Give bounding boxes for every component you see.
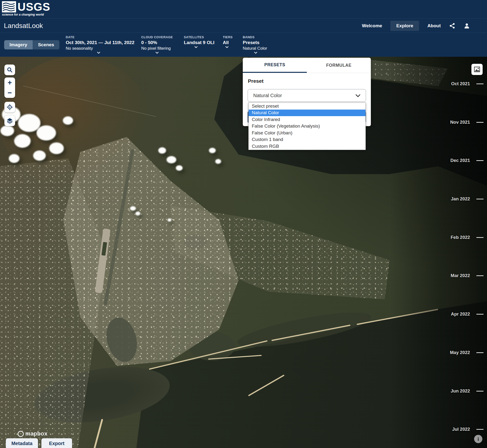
filter-cloud-coverage[interactable]: CLOUD COVERAGE 0 - 50% No pixel filterin… <box>141 35 173 54</box>
map-attribution[interactable]: mapbox <box>18 430 47 437</box>
timeline-tick <box>476 391 484 392</box>
filter-bar: Imagery Scenes DATE Oct 30th, 2021 — Jul… <box>0 33 487 57</box>
timeline-entry[interactable]: May 2022 <box>430 350 484 356</box>
timeline-tick <box>476 314 484 315</box>
preset-option[interactable]: Custom 1 band <box>249 136 365 143</box>
preset-select-value: Natural Color <box>253 93 282 98</box>
timeline-entry[interactable]: Jun 2022 <box>430 388 484 394</box>
app-title: LandsatLook <box>4 22 43 30</box>
filter-date-sub: No seasonality <box>66 46 131 51</box>
filter-tiers-value: All <box>223 40 231 45</box>
timeline-label: May 2022 <box>450 350 470 355</box>
image-preview-button[interactable] <box>471 64 483 75</box>
preset-select[interactable]: Natural Color <box>248 89 366 102</box>
chevron-down-icon <box>225 46 229 48</box>
timeline-label: Jan 2022 <box>451 196 470 202</box>
timeline-tick <box>476 429 484 430</box>
search-button[interactable] <box>4 65 15 75</box>
timeline-entry[interactable]: Mar 2022 <box>430 273 484 279</box>
filter-date-value: Oct 30th, 2021 — Jul 11th, 2022 <box>66 40 131 45</box>
timeline-entry[interactable]: Feb 2022 <box>430 235 484 241</box>
preset-option[interactable]: Color Infrared <box>249 116 365 123</box>
toggle-scenes[interactable]: Scenes <box>33 40 60 49</box>
zoom-control: + − <box>4 77 15 98</box>
timeline-entry[interactable]: Apr 2022 <box>430 311 484 317</box>
account-icon[interactable] <box>464 23 470 29</box>
zoom-out-button[interactable]: − <box>4 88 15 98</box>
timeline-entry[interactable]: Oct 2021 <box>430 81 484 87</box>
locate-button[interactable] <box>4 102 15 112</box>
timeline-tick <box>476 84 484 84</box>
filter-cloud-sub: No pixel filtering <box>141 46 173 51</box>
toggle-imagery[interactable]: Imagery <box>4 40 33 49</box>
locate-icon <box>7 104 13 110</box>
filter-satellites-value: Landsat 9 OLI <box>184 40 208 45</box>
export-button[interactable]: Export <box>41 438 72 448</box>
timeline-tick <box>476 352 484 353</box>
filter-cloud-label: CLOUD COVERAGE <box>141 35 173 39</box>
timeline-tick <box>476 122 484 123</box>
timeline-entry[interactable]: Jan 2022 <box>430 196 484 202</box>
timeline-entry[interactable]: Nov 2021 <box>430 120 484 125</box>
tab-presets[interactable]: PRESETS <box>243 58 307 73</box>
mapbox-logo-icon <box>18 431 24 437</box>
nav-welcome[interactable]: Welcome <box>362 23 382 28</box>
chevron-down-icon <box>155 52 159 54</box>
info-icon: i <box>478 436 479 442</box>
timeline-label: Apr 2022 <box>451 311 470 317</box>
timeline-tick <box>476 160 484 161</box>
filter-satellites-label: SATELLITES <box>184 35 208 39</box>
tab-formulae[interactable]: FORMULAE <box>307 58 371 73</box>
timeline-entry[interactable]: Jul 2022 <box>430 427 484 432</box>
preset-dropdown-menu: Select preset Natural Color Color Infrar… <box>248 103 366 150</box>
mapbox-wordmark: mapbox <box>25 430 47 437</box>
filter-date[interactable]: DATE Oct 30th, 2021 — Jul 11th, 2022 No … <box>66 35 131 54</box>
usgs-logo[interactable]: USGS science for a changing world <box>2 1 50 12</box>
chevron-down-icon <box>356 94 360 97</box>
filter-cloud-value: 0 - 50% <box>141 40 173 45</box>
chevron-down-icon <box>194 46 198 48</box>
preset-label: Preset <box>248 78 263 84</box>
info-button[interactable]: i <box>474 435 482 443</box>
bands-panel-tabs: PRESETS FORMULAE <box>243 58 371 73</box>
timeline-tick <box>476 275 484 276</box>
usgs-wordmark: USGS <box>18 1 50 12</box>
filter-bands[interactable]: BANDS Presets Natural Color <box>243 35 269 54</box>
zoom-in-button[interactable]: + <box>4 77 15 88</box>
preset-option[interactable]: False Color (Vegetation Analysis) <box>249 123 365 130</box>
timeline-label: Jun 2022 <box>451 388 470 394</box>
filter-bands-sub: Natural Color <box>243 46 269 51</box>
timeline-label: Dec 2021 <box>450 158 470 163</box>
usgs-header-bar: USGS science for a changing world <box>0 0 487 19</box>
filter-tiers[interactable]: TIERS All <box>223 35 231 48</box>
filter-bands-label: BANDS <box>243 35 269 39</box>
view-toggle: Imagery Scenes <box>4 40 59 49</box>
share-icon[interactable] <box>449 23 455 29</box>
chevron-down-icon <box>97 52 100 54</box>
nav-about[interactable]: About <box>427 23 441 28</box>
timeline-label: Feb 2022 <box>451 235 470 240</box>
timeline-tick <box>476 237 484 238</box>
app-header-bar: LandsatLook Welcome Explore About <box>0 19 487 33</box>
layers-icon <box>7 118 13 124</box>
layers-button[interactable] <box>4 115 15 126</box>
filter-satellites[interactable]: SATELLITES Landsat 9 OLI <box>184 35 208 48</box>
image-preview-icon <box>474 66 480 72</box>
chevron-down-icon <box>254 52 257 54</box>
landsatlook-app: Oct 2021 Nov 2021 Dec 2021 Jan 2022 Feb … <box>0 0 487 448</box>
nav-explore[interactable]: Explore <box>390 21 419 31</box>
timeline-tick <box>476 199 484 199</box>
filter-tiers-label: TIERS <box>223 35 231 39</box>
preset-option[interactable]: False Color (Urban) <box>249 130 365 136</box>
search-icon <box>7 67 13 73</box>
preset-option-selected[interactable]: Natural Color <box>249 110 365 116</box>
timeline-label: Jul 2022 <box>452 427 470 432</box>
preset-option[interactable]: Custom RGB <box>249 143 365 150</box>
timeline-label: Mar 2022 <box>451 273 470 278</box>
timeline-label: Oct 2021 <box>451 81 470 86</box>
metadata-button[interactable]: Metadata <box>6 438 38 448</box>
preset-option[interactable]: Select preset <box>249 103 365 110</box>
bands-panel: PRESETS FORMULAE Preset Natural Color Se… <box>243 58 371 126</box>
main-nav: Welcome Explore About <box>362 19 470 33</box>
timeline-entry[interactable]: Dec 2021 <box>430 158 484 164</box>
